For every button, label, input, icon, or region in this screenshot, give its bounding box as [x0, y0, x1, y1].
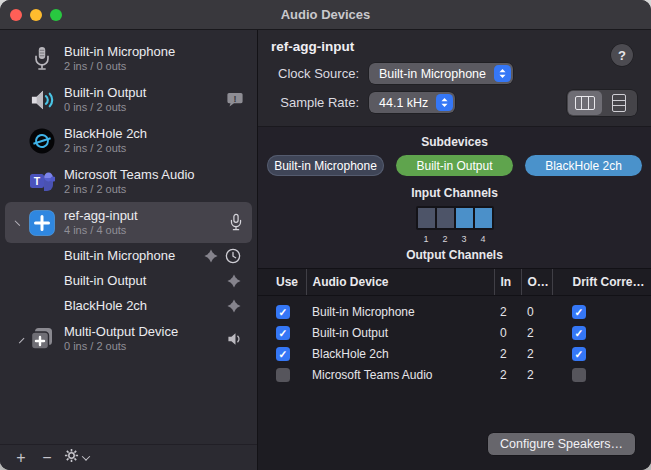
column-header-use[interactable]: Use [258, 269, 306, 295]
signal-burst-icon [227, 274, 241, 288]
rows-view-icon [612, 94, 626, 112]
input-channel-numbers: 1234 [258, 234, 651, 244]
device-name: ref-agg-input [64, 208, 229, 224]
signal-burst-icon [227, 299, 241, 313]
sidebar-device-row[interactable]: Built-in Microphone2 ins / 0 outs [0, 38, 257, 79]
row-device-name: Microsoft Teams Audio [306, 365, 494, 386]
title-bar: Audio Devices [0, 0, 651, 30]
device-detail-panel: ref-agg-input ? Clock Source: Built-in M… [258, 30, 651, 470]
microphone-icon [28, 45, 56, 73]
sample-rate-value: 44.1 kHz [379, 96, 428, 110]
clock-source-popup[interactable]: Built-in Microphone [369, 63, 513, 84]
subdevices-title: Subdevices [258, 135, 651, 149]
subdevice-table: UseAudio DeviceInO…Drift Correction ✓Bui… [258, 269, 651, 386]
table-row[interactable]: ✓BlackHole 2ch22✓ [258, 344, 651, 365]
table-row[interactable]: ✓Built-in Output02✓ [258, 323, 651, 344]
aggregate-plus-icon [28, 209, 56, 237]
blackhole-icon [28, 127, 56, 155]
device-io-detail: 0 ins / 2 outs [64, 340, 227, 354]
row-in-count: 2 [494, 302, 521, 323]
output-channels-title: Output Channels [258, 248, 651, 262]
use-checkbox[interactable]: ✓ [276, 305, 290, 319]
device-title: ref-agg-input [271, 39, 637, 54]
channel-number: 4 [475, 234, 492, 244]
table-row[interactable]: Microsoft Teams Audio22 [258, 365, 651, 386]
column-header-in[interactable]: In [494, 269, 521, 295]
channel-number: 2 [437, 234, 454, 244]
sidebar-device-row[interactable]: ref-agg-input4 ins / 4 outs [5, 202, 252, 243]
audio-devices-window: Audio Devices Built-in Microphone2 ins /… [0, 0, 651, 470]
device-name: Built-in Microphone [64, 44, 243, 60]
svg-text:T: T [34, 174, 41, 186]
device-io-detail: 2 ins / 2 outs [64, 183, 243, 197]
clock-source-label: Clock Source: [271, 66, 359, 81]
channel-block [437, 208, 454, 228]
chevron-right-icon[interactable] [14, 334, 24, 344]
use-checkbox[interactable] [276, 368, 290, 382]
minimize-button[interactable] [30, 9, 42, 21]
row-device-name: BlackHole 2ch [306, 344, 494, 365]
column-header-audio-device[interactable]: Audio Device [306, 269, 494, 295]
signal-burst-icon [204, 249, 218, 263]
columns-view-segment[interactable] [568, 91, 602, 115]
device-io-detail: 4 ins / 4 outs [64, 224, 229, 238]
device-name: Microsoft Teams Audio [64, 167, 243, 183]
drift-correction-checkbox[interactable]: ✓ [572, 347, 586, 361]
configure-speakers-button[interactable]: Configure Speakers… [488, 433, 635, 455]
teams-icon: T [28, 168, 56, 196]
clock-source-value: Built-in Microphone [379, 67, 486, 81]
alert-bubble-icon: ! [227, 92, 243, 107]
speaker-small-icon [227, 332, 243, 346]
add-device-button[interactable]: + [8, 450, 34, 466]
sidebar-subdevice-row[interactable]: BlackHole 2ch [0, 293, 257, 318]
row-out-count: 2 [521, 323, 552, 344]
window-title: Audio Devices [0, 7, 651, 22]
help-button[interactable]: ? [611, 44, 633, 66]
sidebar-device-row[interactable]: Built-in Output0 ins / 2 outs! [0, 79, 257, 120]
sidebar-subdevice-row[interactable]: Built-in Microphone [0, 243, 257, 268]
use-checkbox[interactable]: ✓ [276, 347, 290, 361]
table-header-row: UseAudio DeviceInO…Drift Correction [258, 269, 651, 295]
channels-overview: Subdevices Built-in MicrophoneBuilt-in O… [258, 127, 651, 269]
popup-chevrons-icon [494, 65, 511, 82]
subdevice-pill: Built-in Microphone [267, 155, 384, 176]
row-out-count: 0 [521, 302, 552, 323]
channel-number: 1 [418, 234, 435, 244]
column-header-drift-correction[interactable]: Drift Correction [552, 269, 651, 295]
actions-menu-button[interactable] [64, 448, 89, 467]
multi-output-icon [28, 325, 56, 353]
input-channel-blocks [416, 206, 494, 230]
popup-chevrons-icon [436, 94, 453, 111]
row-device-name: Built-in Output [306, 323, 494, 344]
column-header-o[interactable]: O… [521, 269, 552, 295]
drift-correction-checkbox[interactable]: ✓ [572, 326, 586, 340]
subdevice-table-area: UseAudio DeviceInO…Drift Correction ✓Bui… [258, 269, 651, 470]
speaker-waves-icon [28, 86, 56, 114]
table-row[interactable]: ✓Built-in Microphone20✓ [258, 302, 651, 323]
device-io-detail: 2 ins / 0 outs [64, 60, 243, 74]
device-io-detail: 0 ins / 2 outs [64, 101, 227, 115]
input-channels-title: Input Channels [258, 186, 651, 200]
row-device-name: Built-in Microphone [306, 302, 494, 323]
subdevice-name: Built-in Output [64, 273, 227, 288]
sidebar-device-row[interactable]: BlackHole 2ch2 ins / 2 outs [0, 120, 257, 161]
columns-view-icon [575, 96, 595, 110]
view-mode-segmented-control [567, 90, 637, 116]
sidebar-subdevice-row[interactable]: Built-in Output [0, 268, 257, 293]
drift-correction-checkbox[interactable]: ✓ [572, 305, 586, 319]
sidebar-device-row[interactable]: Multi-Output Device0 ins / 2 outs [0, 318, 257, 359]
remove-device-button[interactable]: − [34, 450, 60, 466]
rows-view-segment[interactable] [602, 91, 636, 115]
close-button[interactable] [10, 9, 22, 21]
use-checkbox[interactable]: ✓ [276, 326, 290, 340]
subdevice-pill: BlackHole 2ch [525, 155, 642, 176]
sidebar-device-row[interactable]: TMicrosoft Teams Audio2 ins / 2 outs [0, 161, 257, 202]
device-list: Built-in Microphone2 ins / 0 outsBuilt-i… [0, 30, 257, 444]
chevron-down-icon[interactable] [14, 216, 24, 226]
channel-number: 3 [456, 234, 473, 244]
device-name: Built-in Output [64, 85, 227, 101]
sample-rate-popup[interactable]: 44.1 kHz [369, 92, 455, 113]
table-body: ✓Built-in Microphone20✓✓Built-in Output0… [258, 295, 651, 386]
drift-correction-checkbox[interactable] [572, 368, 586, 382]
zoom-button[interactable] [50, 9, 62, 21]
